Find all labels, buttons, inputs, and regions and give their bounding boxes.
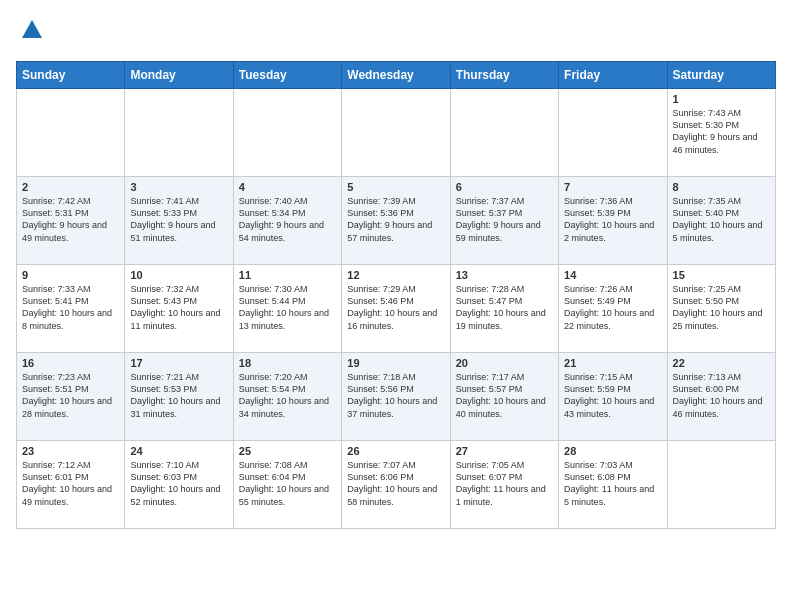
calendar-cell: 24Sunrise: 7:10 AM Sunset: 6:03 PM Dayli…: [125, 441, 233, 529]
calendar-cell: [125, 89, 233, 177]
day-number: 11: [239, 269, 336, 281]
day-number: 9: [22, 269, 119, 281]
calendar-cell: [233, 89, 341, 177]
calendar-cell: 17Sunrise: 7:21 AM Sunset: 5:53 PM Dayli…: [125, 353, 233, 441]
day-info: Sunrise: 7:33 AM Sunset: 5:41 PM Dayligh…: [22, 283, 119, 332]
day-number: 13: [456, 269, 553, 281]
calendar-cell: 23Sunrise: 7:12 AM Sunset: 6:01 PM Dayli…: [17, 441, 125, 529]
day-number: 17: [130, 357, 227, 369]
calendar-body: 1Sunrise: 7:43 AM Sunset: 5:30 PM Daylig…: [17, 89, 776, 529]
day-info: Sunrise: 7:32 AM Sunset: 5:43 PM Dayligh…: [130, 283, 227, 332]
day-info: Sunrise: 7:43 AM Sunset: 5:30 PM Dayligh…: [673, 107, 770, 156]
day-info: Sunrise: 7:39 AM Sunset: 5:36 PM Dayligh…: [347, 195, 444, 244]
day-number: 26: [347, 445, 444, 457]
calendar-cell: 5Sunrise: 7:39 AM Sunset: 5:36 PM Daylig…: [342, 177, 450, 265]
calendar-cell: 11Sunrise: 7:30 AM Sunset: 5:44 PM Dayli…: [233, 265, 341, 353]
calendar-table: SundayMondayTuesdayWednesdayThursdayFrid…: [16, 61, 776, 529]
week-row-3: 9Sunrise: 7:33 AM Sunset: 5:41 PM Daylig…: [17, 265, 776, 353]
calendar-cell: 27Sunrise: 7:05 AM Sunset: 6:07 PM Dayli…: [450, 441, 558, 529]
calendar-cell: 14Sunrise: 7:26 AM Sunset: 5:49 PM Dayli…: [559, 265, 667, 353]
week-row-1: 1Sunrise: 7:43 AM Sunset: 5:30 PM Daylig…: [17, 89, 776, 177]
calendar-cell: 22Sunrise: 7:13 AM Sunset: 6:00 PM Dayli…: [667, 353, 775, 441]
day-info: Sunrise: 7:35 AM Sunset: 5:40 PM Dayligh…: [673, 195, 770, 244]
day-info: Sunrise: 7:20 AM Sunset: 5:54 PM Dayligh…: [239, 371, 336, 420]
day-info: Sunrise: 7:18 AM Sunset: 5:56 PM Dayligh…: [347, 371, 444, 420]
calendar-cell: [342, 89, 450, 177]
calendar-cell: 3Sunrise: 7:41 AM Sunset: 5:33 PM Daylig…: [125, 177, 233, 265]
day-info: Sunrise: 7:36 AM Sunset: 5:39 PM Dayligh…: [564, 195, 661, 244]
day-number: 3: [130, 181, 227, 193]
page-header: [16, 16, 776, 49]
calendar-cell: 15Sunrise: 7:25 AM Sunset: 5:50 PM Dayli…: [667, 265, 775, 353]
calendar-cell: 7Sunrise: 7:36 AM Sunset: 5:39 PM Daylig…: [559, 177, 667, 265]
day-number: 25: [239, 445, 336, 457]
day-number: 20: [456, 357, 553, 369]
calendar-cell: 4Sunrise: 7:40 AM Sunset: 5:34 PM Daylig…: [233, 177, 341, 265]
day-info: Sunrise: 7:07 AM Sunset: 6:06 PM Dayligh…: [347, 459, 444, 508]
weekday-header-sunday: Sunday: [17, 62, 125, 89]
day-number: 6: [456, 181, 553, 193]
day-number: 28: [564, 445, 661, 457]
logo: [16, 16, 46, 49]
calendar-cell: 10Sunrise: 7:32 AM Sunset: 5:43 PM Dayli…: [125, 265, 233, 353]
day-number: 23: [22, 445, 119, 457]
calendar-cell: 8Sunrise: 7:35 AM Sunset: 5:40 PM Daylig…: [667, 177, 775, 265]
calendar-cell: [17, 89, 125, 177]
weekday-header-thursday: Thursday: [450, 62, 558, 89]
day-info: Sunrise: 7:37 AM Sunset: 5:37 PM Dayligh…: [456, 195, 553, 244]
day-number: 1: [673, 93, 770, 105]
calendar-cell: 26Sunrise: 7:07 AM Sunset: 6:06 PM Dayli…: [342, 441, 450, 529]
calendar-cell: 18Sunrise: 7:20 AM Sunset: 5:54 PM Dayli…: [233, 353, 341, 441]
day-number: 22: [673, 357, 770, 369]
day-number: 14: [564, 269, 661, 281]
day-info: Sunrise: 7:40 AM Sunset: 5:34 PM Dayligh…: [239, 195, 336, 244]
day-info: Sunrise: 7:30 AM Sunset: 5:44 PM Dayligh…: [239, 283, 336, 332]
calendar-cell: 25Sunrise: 7:08 AM Sunset: 6:04 PM Dayli…: [233, 441, 341, 529]
calendar-cell: 21Sunrise: 7:15 AM Sunset: 5:59 PM Dayli…: [559, 353, 667, 441]
calendar-cell: 16Sunrise: 7:23 AM Sunset: 5:51 PM Dayli…: [17, 353, 125, 441]
weekday-header-row: SundayMondayTuesdayWednesdayThursdayFrid…: [17, 62, 776, 89]
day-number: 27: [456, 445, 553, 457]
day-number: 15: [673, 269, 770, 281]
week-row-4: 16Sunrise: 7:23 AM Sunset: 5:51 PM Dayli…: [17, 353, 776, 441]
day-info: Sunrise: 7:17 AM Sunset: 5:57 PM Dayligh…: [456, 371, 553, 420]
calendar-cell: [667, 441, 775, 529]
day-info: Sunrise: 7:08 AM Sunset: 6:04 PM Dayligh…: [239, 459, 336, 508]
calendar-cell: 13Sunrise: 7:28 AM Sunset: 5:47 PM Dayli…: [450, 265, 558, 353]
day-info: Sunrise: 7:29 AM Sunset: 5:46 PM Dayligh…: [347, 283, 444, 332]
day-number: 8: [673, 181, 770, 193]
day-number: 16: [22, 357, 119, 369]
day-info: Sunrise: 7:21 AM Sunset: 5:53 PM Dayligh…: [130, 371, 227, 420]
weekday-header-monday: Monday: [125, 62, 233, 89]
day-number: 4: [239, 181, 336, 193]
calendar-cell: 28Sunrise: 7:03 AM Sunset: 6:08 PM Dayli…: [559, 441, 667, 529]
day-number: 21: [564, 357, 661, 369]
day-info: Sunrise: 7:03 AM Sunset: 6:08 PM Dayligh…: [564, 459, 661, 508]
day-number: 24: [130, 445, 227, 457]
day-info: Sunrise: 7:13 AM Sunset: 6:00 PM Dayligh…: [673, 371, 770, 420]
calendar-cell: 1Sunrise: 7:43 AM Sunset: 5:30 PM Daylig…: [667, 89, 775, 177]
day-info: Sunrise: 7:26 AM Sunset: 5:49 PM Dayligh…: [564, 283, 661, 332]
calendar-cell: 6Sunrise: 7:37 AM Sunset: 5:37 PM Daylig…: [450, 177, 558, 265]
day-number: 12: [347, 269, 444, 281]
calendar-cell: 9Sunrise: 7:33 AM Sunset: 5:41 PM Daylig…: [17, 265, 125, 353]
svg-marker-0: [22, 20, 42, 38]
day-number: 2: [22, 181, 119, 193]
day-info: Sunrise: 7:42 AM Sunset: 5:31 PM Dayligh…: [22, 195, 119, 244]
week-row-2: 2Sunrise: 7:42 AM Sunset: 5:31 PM Daylig…: [17, 177, 776, 265]
day-info: Sunrise: 7:05 AM Sunset: 6:07 PM Dayligh…: [456, 459, 553, 508]
day-number: 10: [130, 269, 227, 281]
calendar-cell: [559, 89, 667, 177]
day-info: Sunrise: 7:10 AM Sunset: 6:03 PM Dayligh…: [130, 459, 227, 508]
day-info: Sunrise: 7:28 AM Sunset: 5:47 PM Dayligh…: [456, 283, 553, 332]
calendar-cell: 19Sunrise: 7:18 AM Sunset: 5:56 PM Dayli…: [342, 353, 450, 441]
day-number: 19: [347, 357, 444, 369]
day-number: 5: [347, 181, 444, 193]
weekday-header-wednesday: Wednesday: [342, 62, 450, 89]
calendar-cell: 2Sunrise: 7:42 AM Sunset: 5:31 PM Daylig…: [17, 177, 125, 265]
day-number: 18: [239, 357, 336, 369]
weekday-header-friday: Friday: [559, 62, 667, 89]
weekday-header-tuesday: Tuesday: [233, 62, 341, 89]
day-info: Sunrise: 7:41 AM Sunset: 5:33 PM Dayligh…: [130, 195, 227, 244]
logo-icon: [18, 16, 46, 44]
